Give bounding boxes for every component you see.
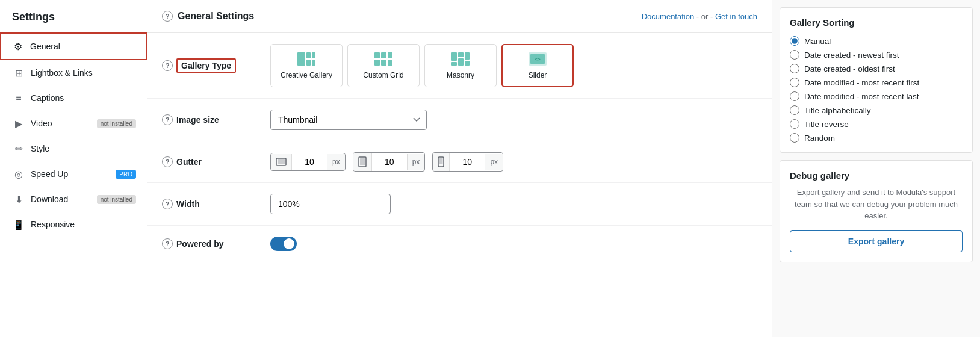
gutter-desktop-unit: px (327, 154, 345, 170)
sidebar-label-captions: Captions (31, 93, 64, 103)
svg-rect-5 (374, 52, 380, 58)
section-header: ? General Settings Documentation - or - … (147, 0, 772, 33)
sidebar-item-style[interactable]: ✏ Style (0, 136, 147, 161)
sidebar-item-speed-up[interactable]: ◎ Speed Up PRO (0, 161, 147, 187)
get-in-touch-link[interactable]: Get in touch (715, 12, 757, 21)
gutter-mobile-group: px (432, 152, 503, 172)
sorting-manual[interactable]: Manual (790, 36, 963, 46)
svg-rect-9 (381, 60, 386, 66)
gallery-tile-slider[interactable]: <> Slider (501, 44, 574, 87)
sorting-title: Gallery Sorting (790, 17, 963, 28)
toggle-track (270, 237, 297, 251)
speed-up-icon: ◎ (13, 168, 25, 180)
sorting-manual-label: Manual (804, 37, 831, 46)
width-control (270, 194, 757, 214)
image-size-control: Thumbnail Medium Large Full (270, 110, 757, 130)
svg-rect-7 (388, 52, 392, 58)
sorting-random[interactable]: Random (790, 133, 963, 143)
captions-icon: ≡ (13, 92, 25, 104)
powered-by-row: ? Powered by (147, 226, 772, 262)
sorting-date-created-oldest-radio[interactable] (790, 64, 799, 73)
powered-by-label-group: ? Powered by (162, 238, 258, 249)
sidebar-label-general: General (30, 42, 60, 51)
svg-rect-8 (374, 60, 380, 66)
gallery-tile-masonry[interactable]: Masonry (424, 44, 497, 87)
sidebar-item-video[interactable]: ▶ Video not installed (0, 111, 147, 136)
svg-rect-2 (312, 52, 315, 58)
sorting-date-created-oldest-label: Date created - oldest first (804, 64, 895, 73)
sidebar-label-responsive: Responsive (31, 220, 75, 229)
right-panel: Gallery Sorting Manual Date created - ne… (772, 0, 980, 337)
powered-by-help-icon[interactable]: ? (162, 238, 173, 249)
sorting-title-reverse-radio[interactable] (790, 119, 799, 129)
sorting-date-created-newest-label: Date created - newest first (804, 51, 899, 60)
sorting-title-alpha-radio[interactable] (790, 105, 799, 115)
image-size-select[interactable]: Thumbnail Medium Large Full (270, 110, 427, 130)
gutter-mobile-unit: px (485, 154, 503, 170)
sorting-title-reverse[interactable]: Title reverse (790, 119, 963, 129)
section-title: General Settings (178, 11, 254, 22)
documentation-link[interactable]: Documentation (642, 12, 694, 21)
sorting-date-modified-first[interactable]: Date modified - most recent first (790, 78, 963, 87)
sidebar-label-download: Download (31, 194, 68, 204)
svg-rect-21 (278, 159, 285, 164)
image-size-row: ? Image size Thumbnail Medium Large Full (147, 99, 772, 141)
gutter-mobile-input[interactable] (452, 153, 482, 170)
width-help-icon[interactable]: ? (162, 199, 173, 209)
gutter-label: Gutter (176, 157, 202, 167)
main-content: ? General Settings Documentation - or - … (147, 0, 772, 337)
sidebar-item-lightbox[interactable]: ⊞ Lightbox & Links (0, 60, 147, 85)
svg-rect-25 (439, 158, 443, 164)
gallery-type-help-icon[interactable]: ? (162, 60, 173, 71)
export-gallery-button[interactable]: Export gallery (790, 230, 963, 252)
slider-icon: <> (528, 52, 547, 69)
gutter-tablet-input[interactable] (374, 153, 405, 170)
sorting-radio-group: Manual Date created - newest first Date … (790, 36, 963, 143)
section-links: Documentation - or - Get in touch (642, 12, 757, 21)
slider-label: Slider (529, 71, 547, 79)
sorting-title-alpha-label: Title alphabetically (804, 106, 871, 115)
powered-by-toggle[interactable] (270, 237, 297, 251)
section-help-icon[interactable]: ? (162, 11, 173, 22)
gutter-desktop-input[interactable] (294, 153, 324, 170)
sorting-date-modified-first-radio[interactable] (790, 78, 799, 87)
sorting-date-created-newest[interactable]: Date created - newest first (790, 50, 963, 60)
image-size-label: Image size (176, 115, 219, 125)
creative-gallery-label: Creative Gallery (281, 71, 332, 79)
sidebar-item-general[interactable]: ⚙ General (0, 32, 147, 60)
svg-rect-1 (306, 52, 311, 58)
gutter-tablet-icon (353, 153, 372, 171)
image-size-help-icon[interactable]: ? (162, 114, 173, 125)
gallery-type-label-group: ? Gallery Type (162, 58, 258, 73)
svg-rect-12 (458, 52, 464, 57)
creative-gallery-icon (297, 52, 316, 69)
sorting-title-alpha[interactable]: Title alphabetically (790, 105, 963, 115)
sidebar-label-lightbox: Lightbox & Links (31, 68, 93, 78)
svg-rect-13 (465, 52, 470, 60)
svg-rect-10 (388, 60, 392, 66)
video-icon: ▶ (13, 117, 25, 129)
sorting-manual-radio[interactable] (790, 36, 799, 46)
masonry-icon (451, 52, 470, 69)
svg-rect-3 (306, 60, 311, 66)
sidebar-item-download[interactable]: ⬇ Download not installed (0, 187, 147, 212)
width-label: Width (176, 199, 200, 209)
sorting-date-modified-last-radio[interactable] (790, 91, 799, 101)
sorting-random-radio[interactable] (790, 133, 799, 143)
sorting-random-label: Random (804, 134, 835, 143)
gallery-tile-custom-grid[interactable]: Custom Grid (347, 44, 420, 87)
width-input[interactable] (270, 194, 391, 214)
gutter-control: px px (270, 152, 757, 172)
width-label-group: ? Width (162, 199, 258, 209)
gallery-tile-creative[interactable]: Creative Gallery (270, 44, 343, 87)
sorting-date-modified-last-label: Date modified - most recent last (804, 92, 919, 101)
sorting-date-created-newest-radio[interactable] (790, 50, 799, 60)
custom-grid-label: Custom Grid (363, 71, 403, 79)
image-size-label-group: ? Image size (162, 114, 258, 125)
sidebar-item-responsive[interactable]: 📱 Responsive (0, 212, 147, 237)
sidebar-item-captions[interactable]: ≡ Captions (0, 85, 147, 111)
svg-rect-0 (297, 52, 305, 66)
gutter-help-icon[interactable]: ? (162, 156, 173, 167)
sorting-date-created-oldest[interactable]: Date created - oldest first (790, 64, 963, 73)
sorting-date-modified-last[interactable]: Date modified - most recent last (790, 91, 963, 101)
